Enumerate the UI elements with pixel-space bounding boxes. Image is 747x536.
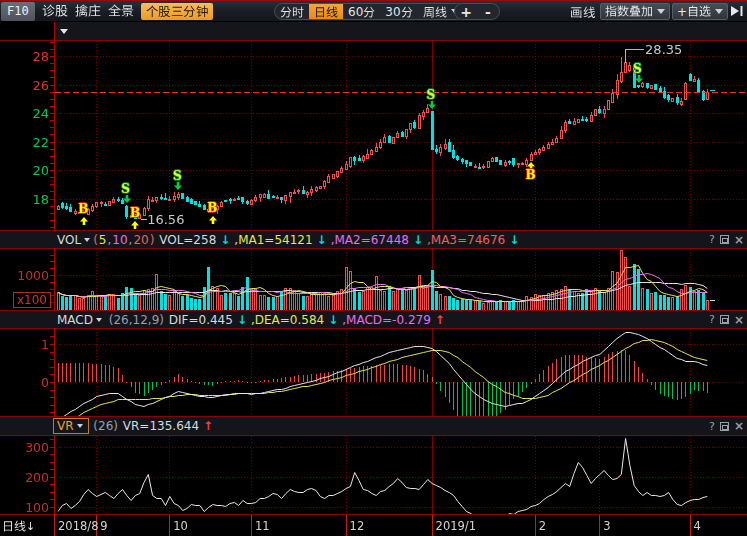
vr-header-seg-0[interactable]: VR <box>53 418 89 434</box>
vr-header-seg-1: (26) <box>90 419 118 433</box>
macd-pane-controls: ?× <box>709 311 744 328</box>
f10-button[interactable]: F10 <box>1 2 35 21</box>
maximize-icon[interactable] <box>720 315 729 324</box>
vol-header-text-3: , <box>107 233 111 247</box>
sell-label: S <box>633 64 642 75</box>
vol-header-text-7: ) <box>150 233 155 247</box>
maximize-icon[interactable] <box>720 235 729 244</box>
bottom-period-label[interactable]: ↓ <box>2 519 35 533</box>
macd-header-text-1: (26,12,9) <box>105 313 164 327</box>
close-icon[interactable]: × <box>734 314 744 326</box>
macd-header-seg-0[interactable]: MACD <box>57 313 104 327</box>
close-icon[interactable]: × <box>734 420 744 432</box>
macd-header-text-5: ↓ <box>328 313 338 327</box>
help-icon[interactable]: ? <box>709 421 715 432</box>
macd-header-seg-4: ,DEA=0.584 <box>251 313 324 327</box>
period-tab-1[interactable] <box>275 3 309 20</box>
volume-multiplier-box: x100 <box>13 292 51 308</box>
vol-header-text-8: VOL=258 <box>155 233 216 247</box>
price-axis-label: 18 <box>0 192 49 207</box>
nav-item-quanjing[interactable] <box>108 4 134 19</box>
vol-header-text-5: , <box>129 233 133 247</box>
vol-header-seg-15: ↓ <box>509 233 519 247</box>
vol-header-text-12: ,MA2=67448 <box>331 233 409 247</box>
vol-header-seg-13: ↓ <box>413 233 423 247</box>
macd-pane-header: MACD (26,12,9) DIF=0.445↓,DEA=0.584↓,MAC… <box>0 311 747 328</box>
vol-header-seg-14: ,MA3=74676 <box>427 233 505 247</box>
vr-pane-header: VR (26) VR=135.644↑?× <box>0 417 747 435</box>
vol-header-text-10: ,MA1=54121 <box>234 233 312 247</box>
indicator-dropdown-icon[interactable] <box>60 29 68 34</box>
sell-label: S <box>427 90 436 101</box>
sell-label: S <box>121 184 130 195</box>
vol-header-text-2: 5 <box>99 233 107 247</box>
zoom-pill: + - <box>454 3 500 20</box>
nav-item-qinzhuang[interactable] <box>75 4 101 19</box>
vol-header-text-6: 20 <box>133 233 148 247</box>
help-icon[interactable]: ? <box>709 314 715 325</box>
macd-header-seg-1: (26,12,9) <box>105 313 164 327</box>
collapse-panel-icon[interactable] <box>729 4 745 18</box>
date-label: 2019/1 <box>436 519 476 533</box>
chevron-down-icon <box>715 9 723 14</box>
close-icon[interactable]: × <box>734 234 744 246</box>
chevron-down-icon <box>96 318 102 322</box>
add-watchlist-button[interactable]: + <box>672 3 728 20</box>
vr-header-seg-3: ↑ <box>203 419 213 433</box>
date-label: 2 <box>539 519 546 533</box>
down-arrow-icon: ↓ <box>26 520 35 533</box>
sell-arrow-icon <box>123 195 131 203</box>
price-axis-label: 26 <box>0 78 49 93</box>
vol-pane-header: VOL(5,10,20) VOL=258↓,MA1=54121↓,MA2=674… <box>0 231 747 248</box>
vol-header-seg-10: ,MA1=54121 <box>234 233 312 247</box>
macd-axis-label: 0 <box>0 375 49 390</box>
buy-label: B <box>130 208 140 219</box>
vol-header-text-4: 10 <box>112 233 127 247</box>
period-tab-4[interactable]: 30 <box>380 3 417 20</box>
buy-arrow-icon <box>131 221 139 229</box>
period-selector: 6030 <box>274 3 465 20</box>
bottom-period-text <box>2 519 26 533</box>
vol-header-seg-3: , <box>107 233 111 247</box>
nav-item-zhengu[interactable] <box>42 4 68 19</box>
main-indicator-strip <box>55 22 747 40</box>
price-axis-label: 28 <box>0 49 49 64</box>
macd-header-text-2: DIF=0.445 <box>165 313 233 327</box>
vol-header-seg-0[interactable]: VOL <box>57 233 92 247</box>
draw-line-button[interactable] <box>570 5 595 20</box>
vol-header-seg-12: ,MA2=67448 <box>331 233 409 247</box>
vr-pane-controls: ?× <box>709 417 744 435</box>
period-tab-3[interactable]: 60 <box>343 3 380 20</box>
date-label: 11 <box>255 519 270 533</box>
date-label: 3 <box>603 519 610 533</box>
low-price-annotation: 16.56 <box>147 212 184 227</box>
macd-header-seg-3: ↓ <box>237 313 247 327</box>
stock-3min-button[interactable] <box>141 3 214 20</box>
vol-header-text-1: ( <box>93 233 98 247</box>
index-overlay-label <box>605 5 653 19</box>
buy-label: B <box>207 203 217 214</box>
vol-header-seg-7: ) <box>150 233 155 247</box>
vol-header-seg-2: 5 <box>99 233 107 247</box>
vr-header-text-3: ↑ <box>203 419 213 433</box>
macd-header-seg-5: ↓ <box>328 313 338 327</box>
vol-header-text-14: ,MA3=74676 <box>427 233 505 247</box>
zoom-in-button[interactable]: + <box>455 3 477 20</box>
maximize-icon[interactable] <box>720 422 729 431</box>
vol-header-text-9: ↓ <box>220 233 230 247</box>
vol-header-seg-8: VOL=258 <box>155 233 216 247</box>
date-label: 2018/8 <box>58 519 98 533</box>
toolbar: F10 6030 + - + <box>0 0 747 21</box>
sell-arrow-icon <box>174 182 182 190</box>
sell-arrow-icon <box>428 101 436 109</box>
macd-header-seg-2: DIF=0.445 <box>165 313 233 327</box>
vol-header-text-11: ↓ <box>317 233 327 247</box>
vol-pane-controls: ?× <box>709 231 744 248</box>
period-tab-2[interactable] <box>309 3 343 20</box>
help-icon[interactable]: ? <box>709 234 715 245</box>
zoom-out-button[interactable]: - <box>477 3 499 20</box>
index-overlay-button[interactable] <box>600 3 670 20</box>
date-label: 12 <box>350 519 365 533</box>
vol-header-text-15: ↓ <box>509 233 519 247</box>
collapse-triangle-icon <box>729 4 745 18</box>
